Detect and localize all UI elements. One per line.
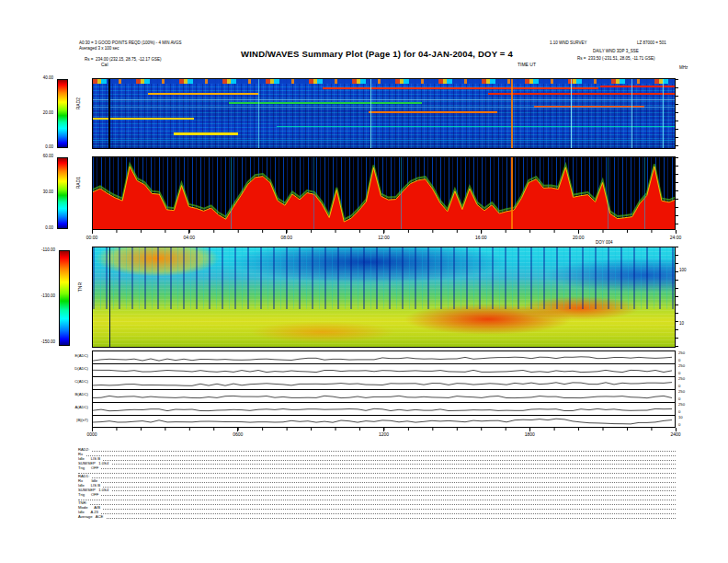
trace-path	[93, 419, 672, 424]
dotted-leader	[78, 460, 676, 461]
header-right-position: Rs = 233.50 (-231.51, 28.05, -11.71 GSE)	[577, 56, 655, 61]
spectral-streak	[369, 111, 497, 113]
tnr-frequency-tick-label: 100	[679, 268, 687, 272]
trace-|B|(nT)	[93, 416, 675, 429]
time-axis-label: 00:00	[86, 235, 98, 240]
time-axis-major-tick	[578, 230, 579, 234]
dotted-leader	[78, 482, 676, 483]
spectral-streak	[571, 79, 572, 149]
trace-max-label: 10	[678, 416, 683, 420]
rad1-colorbar-max: 60.00	[26, 154, 53, 158]
tnr-colorbar-max: -110.00	[24, 247, 55, 252]
rad2-top-emission-band	[93, 79, 675, 84]
dotted-leader	[78, 455, 676, 456]
rad1-panel-label: RAD1	[75, 177, 81, 189]
time-axis-major-tick	[481, 230, 482, 234]
spectral-streak	[323, 87, 598, 89]
rad2-colorbar-mid: 20.00	[26, 110, 53, 115]
trace-path	[93, 383, 672, 386]
spectral-streak	[663, 79, 664, 149]
trace-path	[93, 370, 672, 372]
line-plot-row	[93, 351, 675, 364]
dotted-leader	[78, 509, 676, 510]
trace-max-label: 250	[678, 364, 685, 369]
spectral-streak	[488, 93, 676, 95]
trace-max-label: 250	[678, 351, 685, 356]
trace-max-label: 250	[678, 390, 685, 395]
rad1-colorbar-mid: 30.00	[26, 190, 53, 194]
dotted-leader	[78, 464, 676, 465]
burst-column	[644, 157, 645, 230]
rad2-colorbar	[57, 79, 68, 148]
line-plot-row	[93, 364, 675, 377]
rad2-right-ticks	[676, 79, 678, 148]
dotted-leader	[78, 513, 676, 514]
dotted-leader	[78, 490, 676, 491]
footer-row: Average ACE	[78, 515, 676, 520]
dotted-leader	[78, 487, 676, 488]
trace-label: D(ADC)	[48, 367, 88, 372]
header-left-line1: A0:30 = 3 GOOD POINTS REQD (100%) - 4 MI…	[79, 40, 182, 45]
bottom-axis-label: 2400	[670, 431, 680, 437]
header-right-line2: DAILY WND 3DP 3_SSE	[593, 49, 639, 53]
rad1-colorbar-min: 0.00	[26, 225, 53, 230]
dotted-leader	[78, 500, 676, 500]
trace-path	[93, 396, 672, 397]
line-plot-row	[93, 377, 675, 390]
bottom-axis-label: 0000	[86, 431, 97, 437]
tnr-spectrogram	[92, 247, 676, 348]
rad1-burst-region	[93, 157, 676, 230]
trace-min-label: 0	[678, 410, 680, 415]
trace-max-label: 250	[678, 403, 685, 408]
burst-column	[608, 157, 609, 230]
trace-C(ADC)	[93, 377, 675, 390]
dotted-leader	[78, 518, 676, 519]
tnr-right-ticks	[676, 247, 678, 348]
rad2-colorbar-max: 40.00	[26, 75, 53, 80]
time-axis-label: 12:00	[378, 235, 390, 240]
tnr-calibration-line	[109, 247, 110, 347]
rad1-colorbar	[57, 157, 68, 229]
trace-A(ADC)	[93, 403, 675, 416]
trace-label: |B|(nT)	[48, 419, 88, 423]
trace-min-label: 0	[678, 385, 680, 389]
tnr-colorbar	[59, 250, 70, 346]
time-axis-major-tick	[286, 230, 287, 234]
burst-shape	[93, 167, 676, 230]
spectral-streak	[174, 132, 238, 135]
bottom-axis-label: 1800	[525, 431, 535, 437]
spectral-streak	[277, 126, 676, 127]
trace-min-label: 0	[678, 423, 680, 428]
trace-label: A(ADC)	[48, 406, 88, 410]
trace-D(ADC)	[93, 364, 675, 377]
trace-E(ADC)	[93, 351, 675, 364]
band-level-line-plots	[92, 350, 676, 428]
burst-column	[401, 157, 402, 230]
time-axis-major-tick	[92, 230, 93, 234]
tnr-panel-label: TNR	[77, 282, 83, 292]
footer-row-label: Trig OFF	[78, 466, 101, 471]
spectral-streak	[631, 79, 632, 149]
burst-column	[511, 157, 513, 230]
rad2-panel-label: RAD2	[75, 98, 81, 109]
spectral-streak	[258, 79, 259, 149]
time-axis-label: 20:00	[573, 235, 585, 240]
doy-label: DOY 004	[596, 240, 612, 245]
dotted-leader	[78, 468, 676, 469]
tnr-colorbar-mid: -130.00	[24, 293, 55, 298]
trace-min-label: 0	[678, 397, 680, 402]
trace-label: E(ADC)	[48, 354, 88, 359]
bottom-axis-label: 0600	[233, 431, 243, 437]
calibration-line	[108, 79, 110, 148]
tnr-dropout-streaks	[93, 247, 675, 309]
rad1-right-ticks	[676, 157, 678, 229]
header-left-line2: Averaged 3 x 100 sec	[79, 46, 119, 51]
dotted-leader	[78, 473, 676, 474]
spectral-streak	[93, 99, 676, 100]
footer-row-label: Trig OFF	[78, 493, 101, 498]
rad1-spectrogram	[92, 156, 676, 230]
dotted-leader	[78, 495, 676, 496]
time-axis-major-tick	[676, 230, 677, 234]
header-version: 1.10 WND SURVEY	[550, 40, 586, 45]
trace-label: B(ADC)	[48, 393, 88, 397]
